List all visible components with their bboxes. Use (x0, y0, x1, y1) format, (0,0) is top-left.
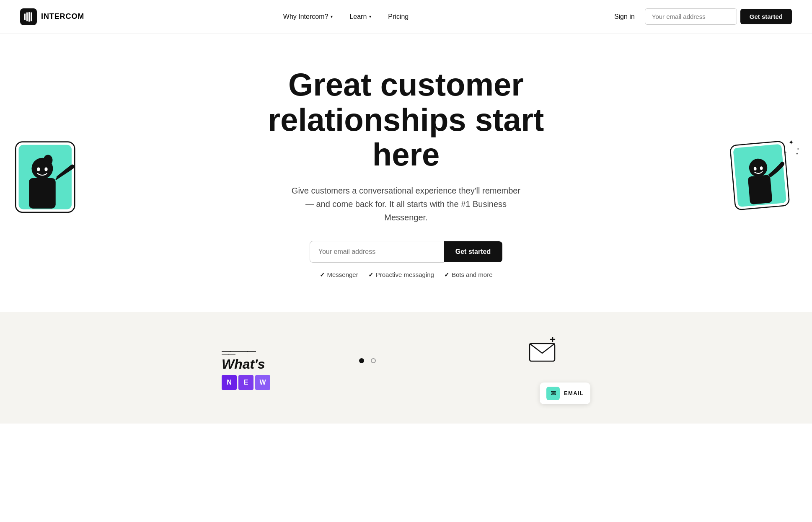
nav-link-learn[interactable]: Learn ▾ (343, 10, 378, 24)
whats-new-heading: What's (222, 357, 265, 371)
svg-point-8 (44, 155, 53, 165)
new-badges: N E W (222, 375, 270, 390)
logo-link[interactable]: INTERCOM (20, 8, 84, 25)
whats-new-badge: —— —— What's N E W (222, 341, 270, 390)
nav-link-pricing[interactable]: Pricing (381, 10, 415, 24)
email-card: ✉ EMAIL (540, 382, 590, 404)
svg-text:✦: ✦ (789, 139, 794, 146)
check-proactive-messaging: ✓ Proactive messaging (368, 271, 434, 279)
hero-illustration-right: ✦ ✦ + × (720, 134, 812, 220)
phone-right-illustration: ✦ ✦ + × (724, 134, 808, 218)
nav-link-why-intercom[interactable]: Why Intercom? ▾ (277, 10, 340, 24)
hero-subtitle: Give customers a conversational experien… (289, 184, 523, 224)
email-card-label: EMAIL (564, 390, 584, 396)
carousel-dot-active[interactable] (359, 358, 364, 363)
hero-section: ✦ ✦ + × Great custome (0, 34, 812, 304)
email-card-icon: ✉ (546, 387, 560, 400)
hero-checks: ✓ Messenger ✓ Proactive messaging ✓ Bots… (8, 271, 804, 279)
svg-text:×: × (797, 147, 799, 150)
badge-e: E (238, 375, 253, 390)
nav-email-input[interactable] (645, 8, 737, 25)
check-messenger: ✓ Messenger (320, 271, 358, 279)
chevron-down-icon: ▾ (331, 14, 333, 19)
chevron-down-icon: ▾ (369, 14, 371, 19)
hero-get-started-button[interactable]: Get started (444, 241, 502, 262)
svg-rect-4 (31, 12, 32, 21)
svg-text:✦: ✦ (796, 152, 799, 156)
svg-rect-3 (28, 12, 30, 22)
nav-get-started-button[interactable]: Get started (740, 9, 792, 24)
svg-point-11 (44, 168, 47, 171)
svg-rect-2 (26, 12, 28, 21)
intercom-logo-icon (20, 8, 37, 25)
badge-n: N (222, 375, 237, 390)
envelope-illustration (528, 337, 557, 368)
envelope-icon (528, 337, 557, 367)
nav-links: Why Intercom? ▾ Learn ▾ Pricing (277, 10, 415, 24)
badge-w: W (255, 375, 270, 390)
hero-title: Great customer relationships start here (234, 67, 578, 172)
logo-text: INTERCOM (41, 12, 84, 21)
sign-in-link[interactable]: Sign in (608, 10, 641, 24)
hero-email-input[interactable] (310, 241, 444, 263)
carousel-dot-inactive[interactable] (371, 358, 376, 363)
phone-left-illustration (4, 134, 88, 218)
svg-rect-19 (748, 175, 773, 205)
svg-rect-1 (24, 13, 26, 20)
whats-new-section: —— —— What's N E W (0, 312, 812, 424)
check-bots-and-more: ✓ Bots and more (444, 271, 493, 279)
navbar: INTERCOM Why Intercom? ▾ Learn ▾ Pricing… (0, 0, 812, 34)
svg-rect-9 (29, 178, 56, 209)
hero-illustration-left (0, 134, 92, 220)
svg-point-10 (37, 168, 40, 171)
hero-cta: Get started (8, 241, 804, 263)
nav-actions: Sign in Get started (608, 8, 792, 25)
